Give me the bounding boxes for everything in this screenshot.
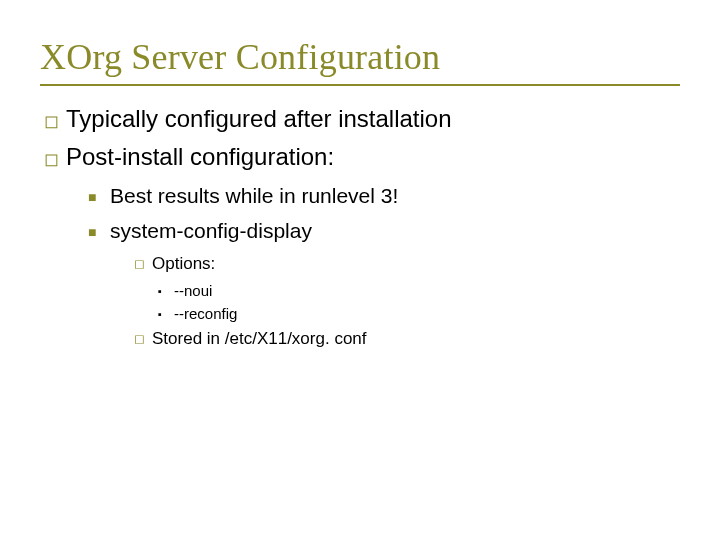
list-item-text: Best results while in runlevel 3!: [110, 182, 680, 209]
list-item-text: system-config-display: [110, 217, 680, 244]
list-item: ◻ Post-install configuration:: [44, 142, 680, 172]
list-item: ◻ Typically configured after installatio…: [44, 104, 680, 134]
bullet-list-level-3: ◻ Options:: [134, 253, 680, 275]
hollow-square-icon: ◻: [44, 104, 66, 133]
list-item-text: --noui: [174, 281, 680, 301]
list-item-text: Post-install configuration:: [66, 142, 680, 172]
filled-square-icon: ■: [88, 217, 110, 241]
list-item-text: Typically configured after installation: [66, 104, 680, 134]
filled-square-icon: ■: [88, 182, 110, 206]
bullet-list-level-1: ◻ Typically configured after installatio…: [44, 104, 680, 172]
list-item: ▪ --noui: [158, 281, 680, 301]
list-item-text: --reconfig: [174, 304, 680, 324]
bullet-list-level-4: ▪ --noui ▪ --reconfig: [158, 281, 680, 324]
list-item: ◻ Stored in /etc/X11/xorg. conf: [134, 328, 680, 350]
filled-square-icon: ▪: [158, 281, 174, 298]
list-item-text: Stored in /etc/X11/xorg. conf: [152, 328, 680, 350]
hollow-square-icon: ◻: [134, 328, 152, 348]
slide: XOrg Server Configuration ◻ Typically co…: [0, 0, 720, 540]
list-item: ◻ Options:: [134, 253, 680, 275]
slide-title: XOrg Server Configuration: [40, 36, 680, 78]
title-rule: [40, 84, 680, 86]
filled-square-icon: ▪: [158, 304, 174, 321]
bullet-list-level-3: ◻ Stored in /etc/X11/xorg. conf: [134, 328, 680, 350]
hollow-square-icon: ◻: [134, 253, 152, 273]
list-item: ▪ --reconfig: [158, 304, 680, 324]
list-item: ■ system-config-display: [88, 217, 680, 244]
bullet-list-level-2: ■ Best results while in runlevel 3! ■ sy…: [88, 182, 680, 245]
list-item-text: Options:: [152, 253, 680, 275]
hollow-square-icon: ◻: [44, 142, 66, 171]
list-item: ■ Best results while in runlevel 3!: [88, 182, 680, 209]
